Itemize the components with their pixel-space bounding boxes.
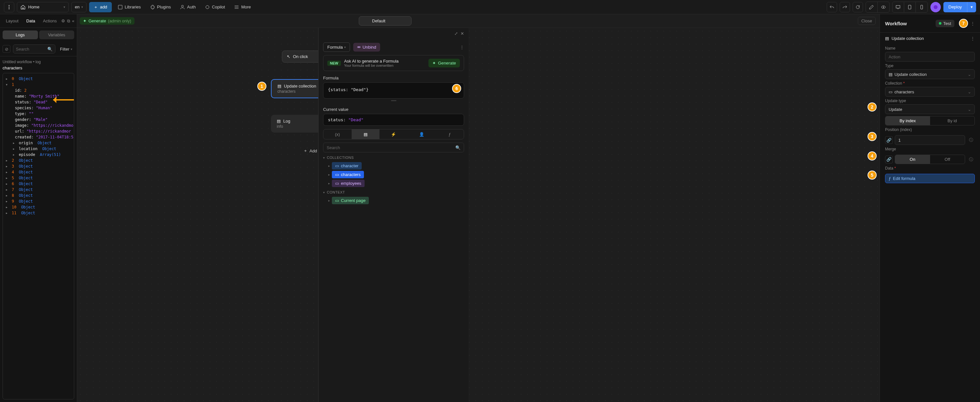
close-button[interactable]: Close bbox=[858, 17, 876, 25]
search-placeholder: Search bbox=[16, 47, 29, 51]
plugins-menu[interactable]: Plugins bbox=[147, 2, 174, 12]
copilot-menu[interactable]: Copilot bbox=[202, 2, 228, 12]
tab-formula[interactable]: ƒ bbox=[436, 129, 464, 139]
subtab-logs[interactable]: Logs bbox=[3, 30, 38, 39]
preview-mode[interactable] bbox=[878, 2, 889, 12]
annotation-badge-3: 3 bbox=[867, 132, 877, 141]
merge-info-button[interactable]: ⓘ bbox=[967, 156, 975, 163]
deploy-dropdown[interactable]: ▾ bbox=[967, 2, 976, 12]
language-select[interactable]: en ▾ bbox=[71, 2, 86, 12]
caret-icon[interactable]: ▸ bbox=[13, 140, 16, 146]
desktop-device[interactable] bbox=[892, 2, 904, 12]
merge-off[interactable]: Off bbox=[930, 155, 965, 164]
position-info-button[interactable]: ⓘ bbox=[967, 136, 975, 144]
formula-input[interactable]: {status: "Dead"} 6 bbox=[323, 82, 464, 99]
test-button[interactable]: Test bbox=[935, 20, 955, 27]
by-index-option[interactable]: By index bbox=[885, 116, 930, 125]
trigger-node[interactable]: ↖ On click bbox=[282, 51, 321, 62]
tab-action[interactable]: ⚡ bbox=[380, 129, 408, 139]
edit-formula-button[interactable]: ƒ Edit formula bbox=[885, 174, 975, 183]
section-collections[interactable]: ▾ COLLECTIONS bbox=[318, 152, 469, 161]
tab-data[interactable]: Data bbox=[23, 16, 38, 25]
caret-icon[interactable]: ▸ bbox=[5, 175, 10, 181]
by-id-option[interactable]: By id bbox=[930, 116, 975, 125]
more-options-button[interactable]: ⋮ bbox=[460, 45, 464, 49]
refresh-button[interactable] bbox=[853, 2, 863, 12]
add-node-button[interactable]: ＋ Add bbox=[303, 148, 317, 154]
caret-icon[interactable]: ▸ bbox=[5, 163, 10, 169]
caret-icon[interactable]: ▸ bbox=[5, 181, 10, 187]
caret-icon[interactable]: ▸ bbox=[5, 210, 10, 216]
generate-label: Generate bbox=[89, 19, 106, 23]
subtab-variables[interactable]: Variables bbox=[39, 30, 75, 39]
caret-icon[interactable]: ▸ bbox=[5, 76, 10, 82]
mobile-device[interactable] bbox=[916, 2, 928, 12]
clear-button[interactable]: ⊘ bbox=[3, 45, 10, 53]
ai-generate-box: NEW Ask AI to generate a Formula Your fo… bbox=[323, 55, 464, 71]
caret-icon[interactable]: ▸ bbox=[13, 152, 16, 158]
edit-mode[interactable] bbox=[866, 2, 878, 12]
close-panel-button[interactable]: ✕ bbox=[460, 31, 464, 36]
tab-user[interactable]: 👤 bbox=[408, 129, 436, 139]
user-avatar[interactable] bbox=[931, 2, 941, 12]
collection-employees[interactable]: ▭employees bbox=[332, 180, 364, 187]
chevron-down-icon: ▾ bbox=[344, 45, 346, 49]
caret-icon[interactable]: ▸ bbox=[5, 187, 10, 193]
resize-handle[interactable]: ━━ bbox=[318, 99, 469, 102]
tab-collection[interactable]: ▤ bbox=[352, 129, 380, 139]
filter-button[interactable]: Filter ▾ bbox=[58, 47, 74, 51]
tablet-device[interactable] bbox=[904, 2, 916, 12]
redo-button[interactable] bbox=[840, 2, 850, 12]
tab-variable[interactable]: (x) bbox=[323, 129, 352, 139]
page-select[interactable]: Home ▾ bbox=[17, 2, 69, 12]
section-context[interactable]: ▾ CONTEXT bbox=[318, 187, 469, 196]
binding-search[interactable]: Search 🔍 bbox=[323, 143, 464, 152]
generate-chip[interactable]: ✦ Generate (admin only) bbox=[80, 17, 135, 25]
deploy-button[interactable]: Deploy bbox=[943, 2, 967, 12]
caret-icon[interactable]: ▸ bbox=[5, 198, 10, 204]
menu-button[interactable] bbox=[4, 2, 14, 12]
chevron-right-icon[interactable]: ▸ bbox=[328, 173, 330, 176]
name-input[interactable]: Action bbox=[885, 52, 975, 62]
sparkle-icon: ✦ bbox=[83, 19, 86, 23]
type-select[interactable]: ▤ Update collection bbox=[885, 69, 975, 79]
add-button[interactable]: ＋ add bbox=[89, 2, 111, 12]
search-input[interactable]: Search 🔍 bbox=[13, 45, 56, 54]
caret-icon[interactable]: ▸ bbox=[5, 193, 10, 198]
caret-icon[interactable]: ▸ bbox=[5, 158, 10, 163]
tab-actions[interactable]: Actions bbox=[40, 16, 60, 25]
collection-select[interactable]: ▭ characters bbox=[885, 87, 975, 97]
context-current-page[interactable]: ▭Current page bbox=[332, 197, 369, 204]
unbind-button[interactable]: ⚮ Unbind bbox=[353, 43, 380, 51]
libraries-menu[interactable]: Libraries bbox=[115, 2, 144, 12]
workflow-more-button[interactable]: ⋮ bbox=[970, 21, 975, 26]
collection-characters[interactable]: ▭characters bbox=[332, 171, 364, 178]
formula-type-select[interactable]: Formula ▾ bbox=[323, 43, 350, 52]
bind-merge-button[interactable]: 🔗 bbox=[885, 156, 893, 163]
update-type-select[interactable]: Update bbox=[885, 104, 975, 114]
caret-icon[interactable]: ▾ bbox=[5, 82, 10, 88]
variant-select[interactable]: Default bbox=[359, 16, 412, 26]
workflow-canvas[interactable]: ↖ On click 1 ▤ Update collection charact… bbox=[77, 28, 880, 402]
expand-button[interactable]: ⤢ bbox=[454, 31, 458, 36]
chevron-right-icon[interactable]: ▸ bbox=[328, 164, 330, 168]
caret-icon[interactable]: ▸ bbox=[5, 169, 10, 175]
caret-icon[interactable]: ▸ bbox=[5, 204, 10, 210]
bind-position-button[interactable]: 🔗 bbox=[885, 136, 893, 144]
more-menu[interactable]: More bbox=[231, 2, 254, 12]
copy-icon[interactable]: ⧉ bbox=[67, 19, 70, 24]
tab-layout[interactable]: Layout bbox=[3, 16, 22, 25]
chevron-right-icon[interactable]: ▸ bbox=[328, 199, 330, 202]
undo-button[interactable] bbox=[827, 2, 837, 12]
settings-icon[interactable]: ⚙ bbox=[61, 19, 65, 24]
edit-preview-toggle bbox=[865, 2, 889, 13]
chevron-right-icon[interactable]: ▸ bbox=[328, 182, 330, 185]
caret-icon[interactable]: ▸ bbox=[13, 146, 16, 152]
merge-on[interactable]: On bbox=[895, 155, 930, 164]
position-input[interactable]: 1 bbox=[895, 135, 965, 145]
collection-character[interactable]: ▭character bbox=[332, 162, 362, 169]
ai-generate-button[interactable]: ✦ Generate bbox=[428, 59, 460, 67]
action-more-button[interactable]: ⋮ bbox=[970, 36, 975, 41]
auth-menu[interactable]: Auth bbox=[177, 2, 199, 12]
collapse-icon[interactable]: « bbox=[72, 19, 74, 24]
